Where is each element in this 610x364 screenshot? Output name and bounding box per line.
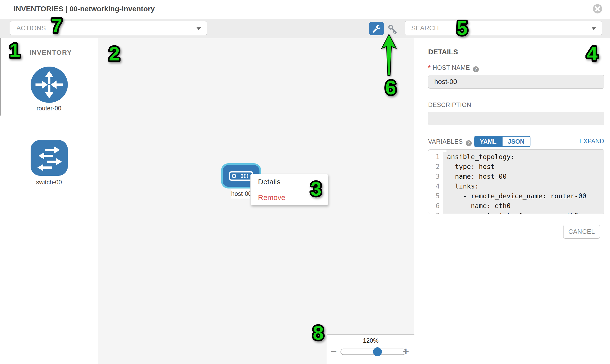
- page-title: INVENTORIES | 00-networking-inventory: [14, 5, 155, 13]
- variables-code-editor[interactable]: 1 ansible_topology: 2 type: host 3 name:…: [428, 149, 604, 214]
- line-text: links:: [443, 182, 604, 191]
- line-text: type: host: [443, 162, 604, 172]
- search-placeholder: SEARCH: [411, 25, 439, 32]
- chevron-down-icon: [592, 27, 596, 30]
- search-dropdown[interactable]: SEARCH: [405, 21, 602, 35]
- description-input[interactable]: [428, 112, 604, 125]
- zoom-control-panel: 120% − +: [327, 334, 415, 364]
- line-number: 7: [428, 211, 443, 214]
- host-name-input[interactable]: host-00: [428, 75, 604, 89]
- code-line: 7 remote_interface_name: eth0: [428, 211, 604, 214]
- context-menu: Details Remove: [250, 174, 328, 205]
- details-panel-title: DETAILS: [428, 48, 458, 56]
- zoom-slider-track[interactable]: [340, 349, 406, 355]
- line-text: name: host-00: [443, 172, 604, 182]
- chevron-down-icon: [196, 27, 201, 30]
- server-icon: [229, 171, 253, 181]
- line-number: 6: [428, 201, 443, 211]
- help-icon[interactable]: ?: [466, 140, 472, 146]
- router-icon[interactable]: [31, 66, 68, 103]
- line-number: 3: [428, 172, 443, 182]
- line-number: 1: [428, 152, 443, 162]
- inventory-sidebar: INVENTORY router-00: [0, 38, 98, 364]
- tools-button[interactable]: [369, 22, 384, 35]
- code-line: 6 name: eth0: [428, 201, 604, 211]
- zoom-level-value: 120%: [327, 337, 415, 344]
- code-line: 1 ansible_topology:: [428, 152, 604, 162]
- help-icon[interactable]: ?: [473, 66, 479, 72]
- line-text: - remote_device_name: router-00: [443, 191, 604, 201]
- code-line: 2 type: host: [428, 162, 604, 172]
- key-icon: [388, 24, 399, 35]
- required-marker: *: [428, 64, 430, 71]
- palette-item-switch-label: switch-00: [0, 179, 98, 186]
- switch-icon[interactable]: [31, 140, 68, 176]
- topology-canvas[interactable]: host-00 Details Remove 120% − +: [98, 38, 415, 364]
- line-text: name: eth0: [443, 201, 604, 211]
- zoom-out-button[interactable]: −: [330, 345, 337, 358]
- details-panel: DETAILS *HOST NAME? host-00 DESCRIPTION …: [415, 38, 610, 364]
- cancel-button[interactable]: CANCEL: [563, 225, 600, 239]
- key-button[interactable]: [388, 24, 399, 35]
- host-name-label-row: *HOST NAME?: [428, 64, 479, 72]
- wrench-icon: [372, 25, 381, 33]
- app-header: INVENTORIES | 00-networking-inventory: [0, 0, 610, 19]
- host-name-label: HOST NAME: [432, 64, 470, 71]
- line-number: 2: [428, 162, 443, 172]
- line-number: 5: [428, 191, 443, 201]
- expand-link[interactable]: EXPAND: [579, 138, 604, 145]
- context-menu-item-remove[interactable]: Remove: [251, 190, 328, 205]
- toggle-json[interactable]: JSON: [502, 137, 530, 146]
- zoom-in-button[interactable]: +: [403, 345, 409, 358]
- variables-label: VARIABLES: [428, 138, 463, 145]
- variables-format-toggle: YAML JSON: [474, 136, 531, 147]
- context-menu-item-details[interactable]: Details: [251, 174, 328, 190]
- actions-dropdown[interactable]: ACTIONS: [10, 21, 207, 35]
- variables-label-row: VARIABLES?: [428, 138, 472, 146]
- inventory-topology-screen: INVENTORIES | 00-networking-inventory AC…: [0, 0, 610, 364]
- code-line: 5 - remote_device_name: router-00: [428, 191, 604, 201]
- close-icon[interactable]: [593, 4, 602, 14]
- annotation-arrow-up: [381, 34, 397, 76]
- toolbar: ACTIONS SEARCH: [0, 19, 610, 38]
- description-label: DESCRIPTION: [428, 101, 471, 108]
- actions-dropdown-placeholder: ACTIONS: [16, 25, 46, 32]
- line-text: remote_interface_name: eth0: [443, 211, 604, 214]
- host-node-label: host-00: [231, 189, 252, 198]
- code-line: 4 links:: [428, 182, 604, 191]
- sidebar-scrollbar[interactable]: [0, 38, 1, 116]
- toggle-yaml[interactable]: YAML: [474, 137, 502, 146]
- line-number: 4: [428, 182, 443, 191]
- code-line: 3 name: host-00: [428, 172, 604, 182]
- palette-item-router-label: router-00: [0, 105, 98, 112]
- sidebar-title: INVENTORY: [29, 49, 72, 57]
- zoom-slider-thumb[interactable]: [373, 347, 382, 356]
- line-text: ansible_topology:: [443, 152, 604, 162]
